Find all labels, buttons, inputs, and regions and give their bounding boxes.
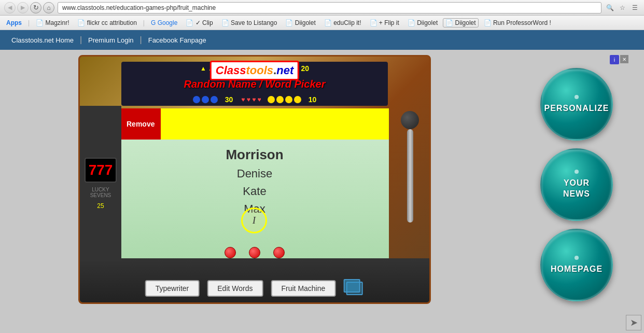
personalize-dot [575, 95, 579, 99]
nav-premium-login[interactable]: Premium Login [82, 32, 139, 48]
bookmark-flickr[interactable]: 📄 flickr cc attribution [74, 18, 139, 27]
edit-words-button[interactable]: Edit Words [207, 280, 263, 297]
bookmark-diigolet-3[interactable]: 📄 Diigolet [443, 18, 478, 27]
red-buttons-row [120, 247, 389, 258]
blue-dots-row [193, 96, 218, 103]
bookmark-clip[interactable]: 📄 ✓ Clip [183, 18, 216, 27]
bookmark-magzinr[interactable]: 📄 Magzinr! [33, 18, 72, 27]
name-morrison: Morrison [226, 145, 283, 165]
bookmark-educlip[interactable]: 📄 eduClip it! [321, 18, 365, 27]
logo-class-text: Class [216, 64, 246, 77]
dot-blue-3 [211, 96, 218, 103]
refresh-button[interactable]: ↻ [30, 2, 41, 13]
cursor-indicator: I [253, 215, 256, 226]
homepage-button[interactable]: HOMEPAGE [540, 229, 613, 301]
dot-yellow-2 [276, 96, 284, 103]
search-icon[interactable]: 🔍 [605, 3, 615, 13]
cherry-symbols: ♥ ♥ ♥ ♥ [241, 96, 261, 103]
input-area: Remove [120, 108, 389, 140]
bookmark-apps[interactable]: Apps [3, 18, 25, 27]
screenshot-icon[interactable] [343, 279, 364, 297]
address-text: www.classtools.net/education-games-php/f… [62, 4, 597, 11]
bookmarks-bar: Apps | 📄 Magzinr! 📄 flickr cc attributio… [0, 16, 644, 30]
bookmark-separator-2: | [143, 19, 145, 26]
score-10: 10 [309, 95, 317, 104]
menu-icon[interactable]: ☰ [629, 3, 640, 13]
fruit-machine-button[interactable]: Fruit Machine [271, 280, 335, 297]
red-button-3[interactable] [273, 247, 285, 258]
bookmark-professorword[interactable]: 📄 Run ProfessorWord ! [481, 18, 554, 27]
seven-text: 777 [89, 163, 113, 177]
nav-classtools-home[interactable]: Classtools.net Home [5, 32, 80, 48]
address-bar[interactable]: www.classtools.net/education-games-php/f… [58, 2, 601, 13]
star-icon[interactable]: ☆ [617, 3, 627, 13]
score-row-2: 30 ♥ ♥ ♥ ♥ 10 [127, 95, 383, 104]
typewriter-button[interactable]: Typewriter [145, 280, 200, 297]
logo-net-text: net [276, 64, 293, 77]
slot-machine-area: Class tools . net ▲ ▲ ▲ 50 7 7 7 ⚫⚫⚫ 20 [0, 50, 509, 333]
action-buttons: Typewriter Edit Words Fruit Machine [145, 279, 365, 297]
name-denise: Denise [237, 165, 272, 183]
bookmark-diigolet-1[interactable]: 📄 Diigolet [282, 18, 318, 27]
nav-buttons: ◀ ▶ ↻ ⌂ [4, 2, 54, 13]
home-button[interactable]: ⌂ [43, 2, 54, 13]
your-news-label: YOURNEWS [563, 178, 590, 200]
ad-close-button[interactable]: ✕ [620, 55, 628, 63]
main-content: Class tools . net ▲ ▲ ▲ 50 7 7 7 ⚫⚫⚫ 20 [0, 50, 644, 333]
arrow-icon: ➤ [626, 315, 641, 330]
bookmark-diigolet-2[interactable]: 📄 Diigolet [404, 18, 441, 27]
handle-ball[interactable] [401, 111, 419, 129]
bookmark-google[interactable]: G Google [148, 18, 180, 27]
right-sidebar: i ✕ PERSONALIZE YOURNEWS HOMEPAGE [509, 50, 644, 333]
seven-display: 777 [85, 158, 117, 183]
machine-frame: Class tools . net ▲ ▲ ▲ 50 7 7 7 ⚫⚫⚫ 20 [78, 55, 431, 304]
ad-header: i ✕ [525, 55, 628, 64]
dot-yellow-3 [285, 96, 292, 103]
score-20: 20 [301, 64, 309, 73]
bookmark-separator: | [28, 19, 30, 26]
handle-pole [407, 129, 413, 223]
bookmark-flipit[interactable]: 📄 + Flip it [367, 18, 402, 27]
your-news-button[interactable]: YOURNEWS [540, 148, 613, 221]
personalize-label: PERSONALIZE [544, 103, 609, 114]
forward-button[interactable]: ▶ [17, 2, 29, 13]
dot-blue-2 [202, 96, 209, 103]
logo-box: Class tools . net [210, 61, 299, 80]
bookmark-listango[interactable]: 📄 Save to Listango [218, 18, 281, 27]
name-kate: Kate [243, 183, 266, 200]
back-button[interactable]: ◀ [4, 2, 16, 13]
homepage-dot [575, 256, 579, 260]
title-bar: ◀ ▶ ↻ ⌂ www.classtools.net/education-gam… [0, 0, 644, 16]
screen-rect-front [343, 279, 360, 293]
seven-label: LUCKYSEVENS [90, 187, 111, 198]
dot-blue-1 [193, 96, 200, 103]
red-button-1[interactable] [225, 247, 236, 258]
logo-area: Class tools . net [210, 61, 299, 80]
slot-machine-container: Class tools . net ▲ ▲ ▲ 50 7 7 7 ⚫⚫⚫ 20 [78, 55, 431, 304]
slot-handle[interactable] [401, 114, 419, 217]
points-display: 25 [97, 202, 104, 210]
red-button-2[interactable] [249, 247, 260, 258]
your-news-dot [575, 170, 579, 174]
yellow-dots-row [268, 96, 301, 103]
logo-tools-text: tools [246, 64, 274, 77]
homepage-label: HOMEPAGE [551, 264, 603, 275]
personalize-button[interactable]: PERSONALIZE [540, 68, 613, 141]
dot-yellow-4 [294, 96, 301, 103]
toolbar-icons: 🔍 ☆ ☰ [605, 3, 640, 13]
ad-info-button[interactable]: i [610, 55, 619, 64]
remove-button[interactable]: Remove [120, 108, 161, 140]
score-30: 30 [225, 95, 233, 104]
left-panel: 777 LUCKYSEVENS 25 [80, 106, 121, 261]
dot-yellow-1 [268, 96, 275, 103]
nav-facebook-fanpage[interactable]: Facebook Fanpage [142, 32, 213, 48]
nav-bar: Classtools.net Home | Premium Login | Fa… [0, 30, 644, 50]
